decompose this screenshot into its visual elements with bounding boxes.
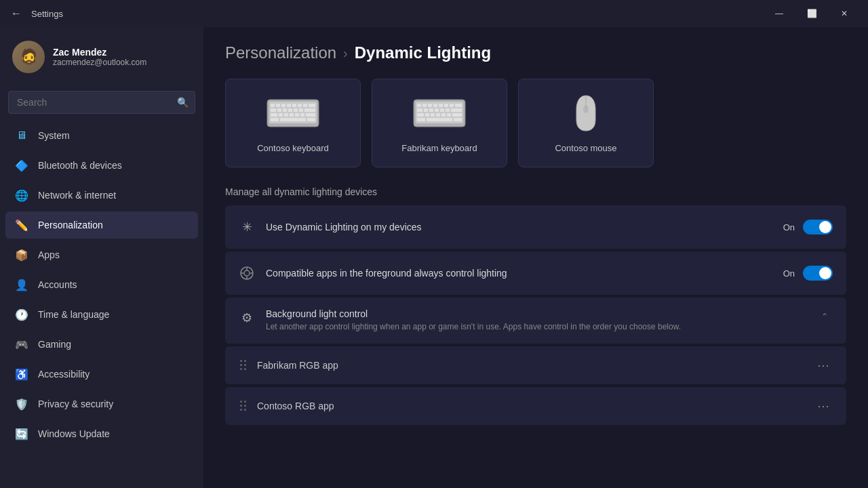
sidebar-item-update[interactable]: 🔄 Windows Update <box>5 420 198 447</box>
drag-dot <box>240 405 242 407</box>
breadcrumb-separator: › <box>343 45 348 61</box>
back-button[interactable]: ← <box>8 5 24 22</box>
svg-rect-39 <box>429 108 433 112</box>
fabrikam-rgb-name: Fabrikam RGB app <box>257 360 804 371</box>
contoso-mouse-label: Contoso mouse <box>555 143 616 153</box>
drag-handle-fabrikam[interactable] <box>239 359 248 371</box>
setting-row-background-light[interactable]: ⚙ Background light control Let another a… <box>225 298 846 344</box>
svg-rect-47 <box>436 113 440 117</box>
network-icon: 🌐 <box>15 188 28 202</box>
svg-rect-5 <box>287 104 291 107</box>
sidebar-item-bluetooth[interactable]: 🔷 Bluetooth & devices <box>5 152 198 179</box>
sidebar-item-personalization-label: Personalization <box>38 220 103 230</box>
sidebar-item-personalization[interactable]: ✏️ Personalization <box>5 211 198 239</box>
setting-row-compatible-apps[interactable]: Compatible apps in the foreground always… <box>225 251 846 295</box>
main-layout: 🧔 Zac Mendez zacmendez@outlook.com 🔍 🖥 S… <box>0 27 868 488</box>
gaming-icon: 🎮 <box>15 338 28 351</box>
sidebar-item-update-label: Windows Update <box>38 428 110 439</box>
sidebar-item-time[interactable]: 🕐 Time & language <box>5 301 198 328</box>
avatar-image: 🧔 <box>12 41 45 73</box>
svg-rect-31 <box>428 104 432 107</box>
svg-rect-21 <box>295 113 299 117</box>
svg-point-55 <box>583 105 589 113</box>
drag-dot-row-1 <box>240 401 246 403</box>
svg-rect-35 <box>450 104 454 107</box>
setting-row-use-dynamic-lighting-text: Use Dynamic Lighting on my devices <box>266 222 772 232</box>
svg-rect-13 <box>288 108 292 112</box>
sidebar-item-time-label: Time & language <box>38 309 109 320</box>
app-row-fabrikam[interactable]: Fabrikam RGB app ⋯ <box>225 346 846 384</box>
contoso-more-button[interactable]: ⋯ <box>814 396 833 415</box>
apps-icon: 📦 <box>15 248 28 262</box>
breadcrumb: Personalization › Dynamic Lighting <box>225 43 846 62</box>
svg-rect-19 <box>284 113 288 117</box>
close-button[interactable]: ✕ <box>829 3 860 24</box>
sidebar-item-privacy[interactable]: 🛡️ Privacy & security <box>5 390 198 418</box>
drag-dot-row-2 <box>240 364 246 366</box>
svg-rect-45 <box>425 113 429 117</box>
content-area: Personalization › Dynamic Lighting <box>203 27 868 488</box>
privacy-icon: 🛡️ <box>15 397 28 411</box>
setting-row-use-dynamic-lighting[interactable]: ✳ Use Dynamic Lighting on my devices On <box>225 205 846 249</box>
background-light-chevron[interactable]: ⌃ <box>816 308 833 325</box>
svg-rect-16 <box>304 108 315 112</box>
svg-rect-29 <box>417 104 421 107</box>
device-card-contoso-keyboard[interactable]: Contoso keyboard <box>225 79 361 167</box>
sidebar-item-apps[interactable]: 📦 Apps <box>5 241 198 268</box>
compatible-apps-text: Compatible apps in the foreground always… <box>266 268 772 279</box>
use-dynamic-lighting-label: Use Dynamic Lighting on my devices <box>266 222 772 232</box>
drag-handle-contoso[interactable] <box>239 399 248 412</box>
svg-rect-30 <box>422 104 427 107</box>
svg-rect-51 <box>417 118 425 121</box>
svg-rect-42 <box>446 108 450 112</box>
svg-rect-25 <box>280 118 306 121</box>
device-card-fabrikam-keyboard[interactable]: Fabrikam keyboard <box>372 79 507 167</box>
search-input[interactable] <box>8 91 195 114</box>
drag-dot <box>244 401 246 403</box>
device-card-contoso-mouse[interactable]: Contoso mouse <box>518 79 654 167</box>
user-profile[interactable]: 🧔 Zac Mendez zacmendez@outlook.com <box>5 35 198 79</box>
svg-rect-48 <box>441 113 446 117</box>
use-dynamic-lighting-toggle[interactable] <box>803 220 833 235</box>
sidebar-item-accounts[interactable]: 👤 Accounts <box>5 271 198 298</box>
breadcrumb-current: Dynamic Lighting <box>355 43 491 62</box>
fabrikam-more-button[interactable]: ⋯ <box>814 356 833 375</box>
sidebar-item-accessibility-label: Accessibility <box>38 369 90 380</box>
sidebar-item-accounts-label: Accounts <box>38 279 77 290</box>
fabrikam-keyboard-icon-area <box>412 93 467 134</box>
title-bar: ← Settings — ⬜ ✕ <box>0 0 868 27</box>
user-name: Zac Mendez <box>53 47 146 58</box>
svg-rect-2 <box>271 104 275 107</box>
drag-dot <box>240 360 242 362</box>
svg-rect-26 <box>307 118 315 121</box>
svg-rect-17 <box>271 113 277 117</box>
sidebar-item-accessibility[interactable]: ♿ Accessibility <box>5 361 198 388</box>
sidebar-item-apps-label: Apps <box>38 249 60 260</box>
minimize-button[interactable]: — <box>764 3 795 24</box>
drag-dot <box>244 409 246 411</box>
svg-rect-52 <box>427 118 452 121</box>
contoso-mouse-icon <box>574 94 597 132</box>
sidebar-item-system-label: System <box>38 130 70 141</box>
compatible-apps-toggle[interactable] <box>803 266 833 281</box>
svg-rect-33 <box>439 104 443 107</box>
sidebar-item-privacy-label: Privacy & security <box>38 399 113 409</box>
breadcrumb-parent[interactable]: Personalization <box>225 43 336 62</box>
bluetooth-icon: 🔷 <box>15 159 28 172</box>
fabrikam-keyboard-label: Fabrikam keyboard <box>401 143 477 153</box>
svg-rect-14 <box>294 108 298 112</box>
drag-dot-row-3 <box>240 368 246 370</box>
sidebar-item-system[interactable]: 🖥 System <box>5 122 198 149</box>
sidebar-item-gaming[interactable]: 🎮 Gaming <box>5 331 198 358</box>
svg-rect-44 <box>417 113 424 117</box>
svg-rect-15 <box>299 108 303 112</box>
compatible-apps-svg-icon <box>239 266 254 281</box>
sidebar-item-network[interactable]: 🌐 Network & internet <box>5 182 198 209</box>
svg-rect-50 <box>452 113 462 117</box>
search-box: 🔍 <box>8 91 195 114</box>
sidebar: 🧔 Zac Mendez zacmendez@outlook.com 🔍 🖥 S… <box>0 27 203 488</box>
app-row-contoso[interactable]: Contoso RGB app ⋯ <box>225 387 846 425</box>
maximize-button[interactable]: ⬜ <box>796 3 827 24</box>
update-icon: 🔄 <box>15 427 28 441</box>
svg-rect-3 <box>276 104 280 107</box>
